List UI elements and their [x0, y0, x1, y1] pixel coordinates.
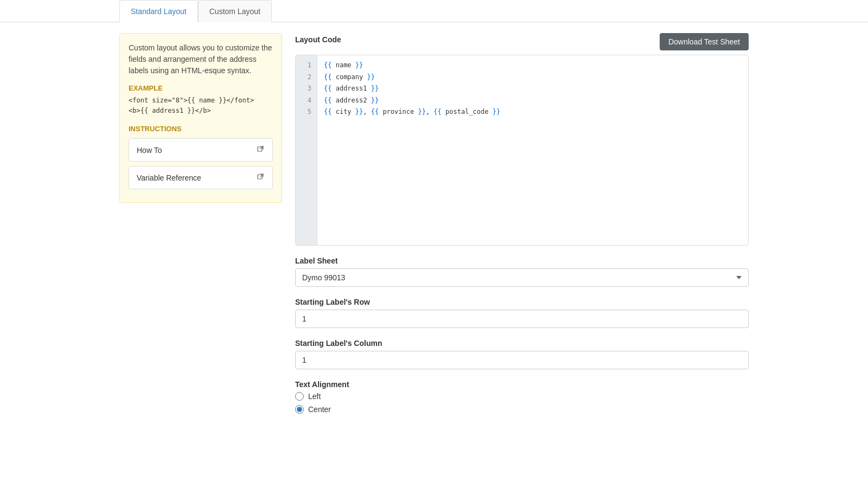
radio-center-label: Center — [308, 405, 331, 414]
text-alignment-label: Text Alignment — [295, 380, 749, 389]
example-code: <font size="8">{{ name }}</font> <b>{{ a… — [129, 95, 273, 116]
starting-row-label: Starting Label's Row — [295, 298, 749, 306]
label-sheet-select[interactable]: Dymo 99013 Dymo 99010 Avery 5160 Avery 5… — [295, 268, 749, 287]
radio-center[interactable] — [295, 405, 304, 414]
svg-rect-1 — [258, 175, 262, 179]
left-panel: Custom layout allows you to customize th… — [119, 33, 282, 425]
variable-reference-link[interactable]: Variable Reference — [129, 166, 273, 189]
variable-reference-external-icon — [257, 173, 265, 182]
radio-left[interactable] — [295, 392, 304, 401]
code-area: 1 2 3 4 5 {{ name }} {{ company }} {{ ad… — [296, 55, 748, 245]
text-alignment-group: Text Alignment Left Center — [295, 380, 749, 414]
info-box: Custom layout allows you to customize th… — [119, 33, 282, 203]
code-line-2: {{ company }} — [324, 72, 742, 84]
tab-standard-layout[interactable]: Standard Layout — [119, 0, 198, 22]
tabs-bar: Standard Layout Custom Layout — [0, 0, 868, 22]
label-sheet-group: Label Sheet Dymo 99013 Dymo 99010 Avery … — [295, 256, 749, 287]
how-to-link[interactable]: How To — [129, 138, 273, 162]
radio-center-item[interactable]: Center — [295, 405, 749, 414]
example-line-2: <b>{{ address1 }}</b> — [129, 106, 273, 116]
label-sheet-select-wrapper: Dymo 99013 Dymo 99010 Avery 5160 Avery 5… — [295, 268, 749, 287]
starting-row-input[interactable] — [295, 310, 749, 328]
starting-row-group: Starting Label's Row — [295, 298, 749, 328]
starting-column-label: Starting Label's Column — [295, 339, 749, 348]
download-test-sheet-button[interactable]: Download Test Sheet — [660, 33, 749, 50]
code-line-4: {{ address2 }} — [324, 95, 742, 107]
code-editor-header: Layout Code Download Test Sheet — [295, 33, 749, 50]
layout-code-label: Layout Code — [295, 35, 341, 44]
radio-group: Left Center — [295, 392, 749, 414]
right-panel: Layout Code Download Test Sheet 1 2 3 4 … — [295, 33, 749, 425]
content-area: Custom layout allows you to customize th… — [0, 22, 868, 435]
tab-custom-layout[interactable]: Custom Layout — [198, 0, 272, 22]
radio-left-label: Left — [308, 392, 321, 401]
line-numbers: 1 2 3 4 5 — [296, 55, 317, 245]
code-content[interactable]: {{ name }} {{ company }} {{ address1 }} … — [317, 55, 748, 245]
variable-reference-label: Variable Reference — [137, 174, 201, 182]
code-editor[interactable]: 1 2 3 4 5 {{ name }} {{ company }} {{ ad… — [295, 55, 749, 246]
code-line-3: {{ address1 }} — [324, 83, 742, 95]
info-description: Custom layout allows you to customize th… — [129, 42, 273, 76]
label-sheet-label: Label Sheet — [295, 256, 749, 265]
how-to-label: How To — [137, 146, 162, 155]
how-to-external-icon — [257, 145, 265, 155]
code-line-5: {{ city }}, {{ province }}, {{ postal_co… — [324, 106, 742, 118]
svg-rect-0 — [258, 147, 262, 151]
radio-left-item[interactable]: Left — [295, 392, 749, 401]
example-line-1: <font size="8">{{ name }}</font> — [129, 95, 273, 106]
starting-column-group: Starting Label's Column — [295, 339, 749, 369]
code-line-1: {{ name }} — [324, 60, 742, 72]
page-wrapper: Standard Layout Custom Layout Custom lay… — [0, 0, 868, 488]
example-title: EXAMPLE — [129, 84, 273, 92]
starting-column-input[interactable] — [295, 351, 749, 369]
instructions-title: INSTRUCTIONS — [129, 125, 273, 133]
